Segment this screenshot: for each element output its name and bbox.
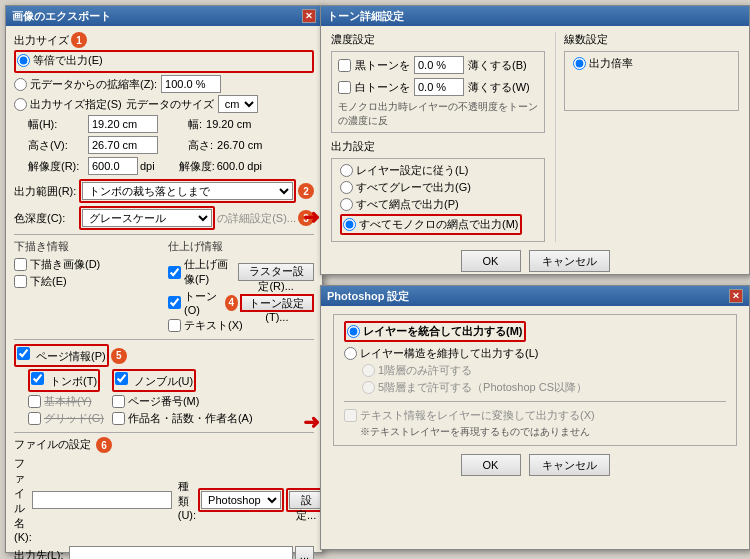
finishing-image-check[interactable] [168,266,181,279]
underdrawing-image-row: 下描き画像(D) [14,257,160,272]
ps-ok-btn[interactable]: OK [461,454,521,476]
tombo-check[interactable] [31,372,44,385]
color-depth-label: 色深度(C): [14,211,79,226]
circle-5: 5 [111,348,127,364]
ps-keep-layer-row: レイヤー構造を維持して出力する(L) [344,346,726,361]
outputpath-label: 出力先(L): [14,548,69,559]
number-check[interactable] [115,372,128,385]
ps-keep-layer-radio[interactable] [344,347,357,360]
page-info-label: ページ情報(P) [36,350,106,362]
line-count-ratio-label: 出力倍率 [589,56,633,71]
output-range-label: 出力範囲(R): [14,184,79,199]
ps-close-button[interactable]: ✕ [729,289,743,303]
ps-merge-radio[interactable] [347,325,360,338]
finishing-text-check[interactable] [168,319,181,332]
detail-setting-btn[interactable]: の詳細設定(S)... [217,211,296,226]
filename-label: ファイル名(K): [14,456,32,543]
tone-output-1-row: レイヤー設定に従う(L) [340,163,536,178]
grid-check[interactable] [28,412,41,425]
output-range-select[interactable]: トンボの裁ち落としまで [82,182,293,200]
tone-output-halftone-radio[interactable] [340,198,353,211]
white-tone-input[interactable] [414,78,464,96]
ps-title: Photoshop 設定 [327,289,729,304]
height-label: 高さ(V): [28,138,88,153]
finishing-tone-label: トーン(O) [184,289,223,316]
main-titlebar: 画像のエクスポート ✕ [6,6,322,26]
number-row: ノンブル(U) [112,369,253,392]
filename-input[interactable] [32,491,172,509]
finishing-tone-row: トーン(O) 4 トーン設定(T)... [168,289,314,316]
tone-title: トーン詳細設定 [327,9,743,24]
kihon-row: 基本枠(Y) [28,394,104,409]
pageno-check[interactable] [112,395,125,408]
tombo-label: トンボ(T) [50,375,97,387]
author-check[interactable] [112,412,125,425]
res-label: 解像度(R): [28,159,88,174]
ps-1layer-radio[interactable] [362,364,375,377]
height-input[interactable] [88,136,158,154]
unit-select[interactable]: cm [218,95,258,113]
outputpath-browse-btn[interactable]: ... [295,546,314,559]
output-scale-radio[interactable] [14,78,27,91]
ps-cancel-btn[interactable]: キャンセル [529,454,610,476]
height-row: 高さ(V): 高さ: 26.70 cm [28,136,314,154]
height-value2: 26.70 cm [217,139,262,151]
main-title: 画像のエクスポート [12,9,302,24]
main-close-button[interactable]: ✕ [302,9,316,23]
page-info-check[interactable] [17,347,30,360]
filetype-select[interactable]: Photoshop [201,491,281,509]
ps-merge-label: レイヤーを統合して出力する(M) [363,324,523,339]
underdrawing-sketch-check[interactable] [14,275,27,288]
underdrawing-image-check[interactable] [14,258,27,271]
raster-setting-btn[interactable]: ラスター設定(R)... [238,263,314,281]
ps-sub-1-row: 1階層のみ許可する [362,363,726,378]
tone-ok-btn[interactable]: OK [461,250,521,272]
ps-text-row: テキスト情報をレイヤーに変換して出力する(X) [344,408,726,423]
density-label: 濃度設定 [331,32,545,47]
circle-6: 6 [96,437,112,453]
ps-5layer-radio[interactable] [362,381,375,394]
settings-btn[interactable]: 設定... [289,491,323,509]
black-tone-input[interactable] [414,56,464,74]
color-depth-select[interactable]: グレースケール [82,209,212,227]
circle-4: 4 [225,295,238,311]
scale-input[interactable] [161,75,221,93]
finishing-label: 仕上げ情報 [168,239,314,254]
tone-output-4-row: すべてモノクロの網点で出力(M) [340,214,536,235]
finishing-tone-check[interactable] [168,296,181,309]
outputpath-input[interactable] [69,546,293,559]
finishing-text-label: テキスト(X) [184,318,243,333]
line-count-ratio-radio[interactable] [573,57,586,70]
black-tone-check[interactable] [338,59,351,72]
tombo-row: トンボ(T) [28,369,104,392]
output-size-spec-label: 出力サイズ指定(S) [30,97,122,112]
tone-output-mono-radio[interactable] [343,218,356,231]
res-input[interactable] [88,157,138,175]
width-input[interactable] [88,115,158,133]
tone-cancel-btn[interactable]: キャンセル [529,250,610,272]
tone-output-gray-radio[interactable] [340,181,353,194]
output-range-row: 出力範囲(R): トンボの裁ち落としまで 2 [14,179,314,203]
white-thin-label: 薄くする(W) [468,80,530,95]
tone-output-layer-radio[interactable] [340,164,353,177]
photoshop-settings-dialog: Photoshop 設定 ✕ レイヤーを統合して出力する(M) レイヤー構造を維… [320,285,750,550]
ps-text-check[interactable] [344,409,357,422]
finishing-image-row: 仕上げ画像(F) ラスター設定(R)... [168,257,314,287]
height-label2: 高さ: [188,138,213,153]
kihon-check[interactable] [28,395,41,408]
page-info-main-row: ページ情報(P) 5 [14,344,314,367]
res-label2: 解像度: [179,159,215,174]
color-depth-row: 色深度(C): グレースケール の詳細設定(S)... 3 [14,206,314,230]
output-size-spec-radio[interactable] [14,98,27,111]
output-size-label: 出力サイズ [14,33,69,48]
white-tone-check[interactable] [338,81,351,94]
pageno-label: ページ番号(M) [128,394,200,409]
width-label2: 幅: [188,117,202,132]
output-equal-radio[interactable] [17,54,30,67]
tone-output-layer-label: レイヤー設定に従う(L) [356,163,468,178]
ps-bottom-buttons: OK キャンセル [333,454,737,476]
tone-setting-btn[interactable]: トーン設定(T)... [240,294,314,312]
width-row: 幅(H): 幅: 19.20 cm [28,115,314,133]
res-value2: 600.0 dpi [217,160,262,172]
output-scale-label: 元データからの拡縮率(Z): [30,77,157,92]
